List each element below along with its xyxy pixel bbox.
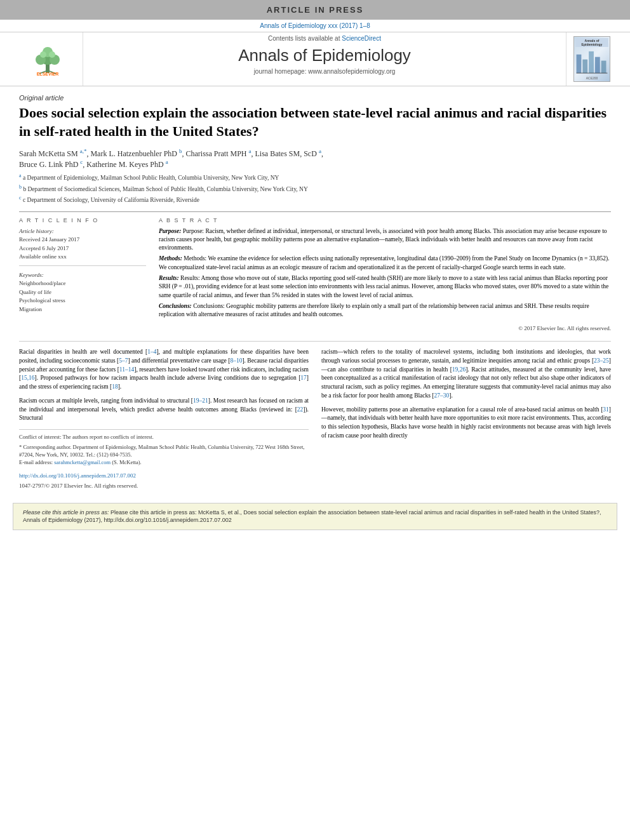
- conclusions-label: Conclusions:: [159, 303, 193, 309]
- body-col-right: racism—which refers to the totality of m…: [321, 348, 611, 490]
- ref-15-16[interactable]: 15,16: [21, 375, 34, 381]
- article-section-label: Original article: [19, 94, 611, 102]
- cover-chart-icon: [575, 48, 609, 76]
- accepted-date: Accepted 6 July 2017: [19, 245, 69, 251]
- citation-bar: Please cite this article in press as: Pl…: [13, 503, 617, 530]
- body-para-4: However, mobility patterns pose an alter…: [321, 406, 611, 441]
- svg-rect-10: [577, 55, 582, 73]
- body-para-2: Racism occurs at multiple levels, rangin…: [19, 397, 309, 423]
- journal-citation-line: Annals of Epidemiology xxx (2017) 1–8: [0, 20, 630, 32]
- body-para-1: Racial disparities in health are well do…: [19, 348, 309, 392]
- elsevier-tree-icon: ELSEVIER: [19, 42, 76, 77]
- journal-cover-thumbnail: Annals ofEpidemiology ACE200: [573, 36, 610, 82]
- author-sup-a3: a: [319, 148, 321, 154]
- email-footnote: E-mail address: sarahmcketta@gmail.com (…: [19, 459, 309, 467]
- article-content: Original article Does social selection e…: [0, 86, 630, 497]
- author-sup-a2: a: [249, 148, 251, 154]
- journal-citation: Annals of Epidemiology xxx (2017) 1–8: [260, 22, 370, 29]
- ref-31[interactable]: 31: [603, 406, 609, 413]
- ref-27-30[interactable]: 27–30: [434, 392, 450, 399]
- abstract-text: Purpose: Purpose: Racism, whether define…: [159, 227, 611, 333]
- svg-rect-11: [582, 60, 587, 74]
- received-date: Received 24 January 2017: [19, 236, 79, 243]
- banner-text: ARTICLE IN PRESS: [267, 5, 364, 15]
- page-wrapper: ARTICLE IN PRESS Annals of Epidemiology …: [0, 0, 630, 840]
- journal-main-title: Annals of Epidemiology: [90, 43, 560, 68]
- article-info-heading: A R T I C L E I N F O: [19, 217, 146, 223]
- abstract-methods: Methods: Methods: We examine the evidenc…: [159, 255, 611, 272]
- contents-line: Contents lists available at ScienceDirec…: [90, 35, 560, 42]
- ref-19-21[interactable]: 19–21: [193, 397, 208, 404]
- svg-rect-14: [601, 61, 607, 74]
- author-sup-a: a,*: [80, 148, 87, 154]
- keywords-block: Keywords: Neighborhood/place Quality of …: [19, 271, 146, 314]
- article-info-block: Article history: Received 24 January 201…: [19, 227, 146, 262]
- affiliation-a: a a Department of Epidemiology, Mailman …: [19, 172, 611, 182]
- ref-18[interactable]: 18: [112, 383, 118, 390]
- ref-5-7[interactable]: 5–7: [119, 357, 128, 364]
- authors-line: Sarah McKetta SM a,*, Mark L. Hatzenbueh…: [19, 148, 611, 170]
- corresponding-author-note: * Corresponding author. Department of Ep…: [19, 444, 309, 459]
- conflict-of-interest: Conflict of interest: The authors report…: [19, 434, 309, 441]
- doi-section: http://dx.doi.org/10.1016/j.annepidem.20…: [19, 472, 309, 490]
- article-info-column: A R T I C L E I N F O Article history: R…: [19, 217, 146, 333]
- doi-copyright: 1047-2797/© 2017 Elsevier Inc. All right…: [19, 482, 309, 490]
- article-info-abstract-section: A R T I C L E I N F O Article history: R…: [19, 211, 611, 333]
- elsevier-logo-area: ELSEVIER: [13, 32, 83, 86]
- abstract-conclusions: Conclusions: Conclusions: Geographic mob…: [159, 302, 611, 319]
- journal-header-row: ELSEVIER Contents lists available at Sci…: [0, 32, 630, 86]
- abstract-copyright: © 2017 Elsevier Inc. All rights reserved…: [159, 324, 611, 333]
- author-sup-a4: a: [166, 159, 168, 165]
- abstract-results: Results: Results: Among those who move o…: [159, 274, 611, 300]
- results-label: Results:: [159, 275, 180, 281]
- keyword-2: Quality of life: [19, 289, 51, 295]
- affiliation-c: c c Department of Sociology, University …: [19, 194, 611, 204]
- abstract-purpose: Purpose: Purpose: Racism, whether define…: [159, 227, 611, 253]
- keyword-3: Psychological stress: [19, 297, 65, 303]
- keywords-label: Keywords:: [19, 272, 44, 278]
- ref-11-14[interactable]: 11–14: [119, 366, 134, 373]
- author-sup-b: b: [179, 148, 182, 154]
- ref-22[interactable]: 22: [297, 406, 304, 413]
- science-direct-link[interactable]: ScienceDirect: [342, 35, 381, 42]
- available-online: Available online xxx: [19, 253, 67, 260]
- info-divider: [19, 265, 146, 266]
- history-label: Article history:: [19, 228, 54, 234]
- email-link[interactable]: sarahmcketta@gmail.com: [54, 459, 111, 465]
- svg-point-7: [40, 51, 46, 58]
- svg-rect-12: [589, 51, 594, 73]
- ref-23-25[interactable]: 23–25: [594, 357, 609, 364]
- doi-link[interactable]: http://dx.doi.org/10.1016/j.annepidem.20…: [19, 472, 136, 479]
- affiliations: a a Department of Epidemiology, Mailman …: [19, 172, 611, 204]
- ref-8-10[interactable]: 8–10: [230, 357, 242, 364]
- body-para-3: racism—which refers to the totality of m…: [321, 348, 611, 401]
- purpose-label: Purpose:: [159, 228, 183, 234]
- ref-17[interactable]: 17: [300, 375, 307, 381]
- footnotes-section: Conflict of interest: The authors report…: [19, 429, 309, 467]
- keyword-1: Neighborhood/place: [19, 280, 65, 286]
- svg-point-8: [49, 51, 55, 58]
- abstract-column: A B S T R A C T Purpose: Purpose: Racism…: [159, 217, 611, 333]
- article-title: Does social selection explain the associ…: [19, 104, 611, 140]
- author-sup-c: c: [80, 159, 83, 165]
- ref-19-26[interactable]: 19,26: [452, 366, 466, 373]
- body-col-left: Racial disparities in health are well do…: [19, 348, 309, 490]
- journal-title-center: Contents lists available at ScienceDirec…: [83, 32, 566, 86]
- abstract-heading: A B S T R A C T: [159, 217, 611, 223]
- contents-text: Contents lists available at: [268, 35, 342, 42]
- keyword-4: Migration: [19, 306, 42, 312]
- journal-cover-area: Annals ofEpidemiology ACE200: [566, 32, 617, 86]
- journal-homepage: journal homepage: www.annalsofepidemiolo…: [90, 68, 560, 75]
- body-text-section: Racial disparities in health are well do…: [19, 341, 611, 490]
- article-in-press-banner: ARTICLE IN PRESS: [0, 0, 630, 20]
- methods-label: Methods:: [159, 255, 184, 262]
- affiliation-b: b b Department of Sociomedical Sciences,…: [19, 183, 611, 194]
- svg-text:ELSEVIER: ELSEVIER: [37, 72, 59, 76]
- svg-rect-13: [595, 57, 600, 73]
- ref-1-4[interactable]: 1–4: [147, 349, 156, 355]
